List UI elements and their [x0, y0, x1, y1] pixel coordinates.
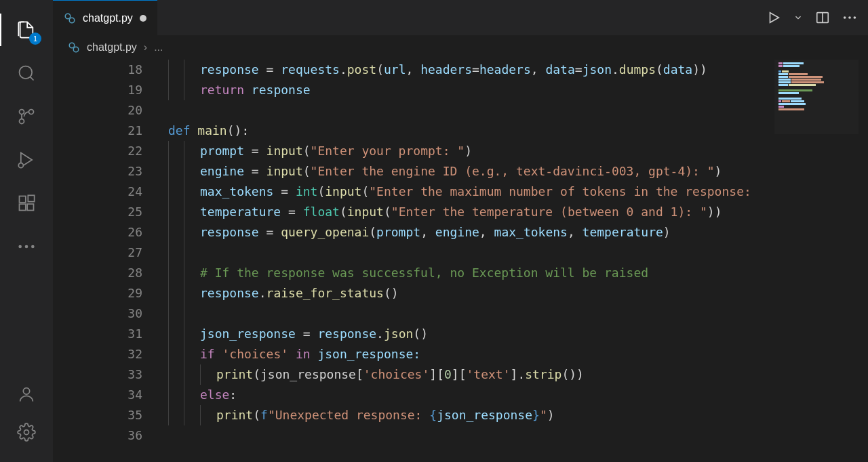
- breadcrumb[interactable]: chatgpt.py › ...: [53, 35, 868, 60]
- svg-point-25: [73, 47, 79, 52]
- svg-point-22: [848, 16, 851, 19]
- svg-point-11: [18, 245, 22, 249]
- run-debug-icon[interactable]: [10, 144, 43, 176]
- explorer-icon[interactable]: 1: [10, 14, 43, 46]
- source-control-icon[interactable]: [10, 100, 43, 133]
- python-file-icon: [64, 12, 76, 24]
- svg-rect-7: [20, 196, 26, 203]
- settings-gear-icon[interactable]: [10, 416, 43, 448]
- svg-point-3: [20, 119, 24, 124]
- svg-point-6: [18, 163, 23, 168]
- run-dropdown-icon[interactable]: [793, 13, 803, 22]
- run-button[interactable]: [766, 10, 781, 25]
- tab-bar: chatgpt.py: [53, 0, 868, 35]
- extensions-icon[interactable]: [10, 187, 43, 219]
- minimap[interactable]: [774, 60, 859, 462]
- svg-line-1: [30, 77, 33, 80]
- explorer-badge: 1: [29, 33, 41, 45]
- svg-marker-18: [770, 13, 779, 23]
- svg-point-14: [23, 388, 29, 394]
- svg-point-4: [20, 110, 24, 114]
- breadcrumb-more: ...: [154, 41, 163, 54]
- svg-point-12: [25, 245, 28, 249]
- svg-point-17: [69, 18, 75, 23]
- svg-point-0: [20, 66, 33, 79]
- svg-rect-9: [27, 204, 33, 210]
- tab-chatgpt-py[interactable]: chatgpt.py: [53, 0, 157, 35]
- svg-point-15: [24, 430, 29, 435]
- svg-point-2: [29, 110, 34, 114]
- editor[interactable]: 18192021222324252627282930313233343536 r…: [53, 60, 868, 462]
- accounts-icon[interactable]: [10, 378, 43, 411]
- line-number-gutter: 18192021222324252627282930313233343536: [53, 60, 168, 462]
- svg-point-24: [69, 43, 75, 48]
- python-file-icon: [68, 41, 80, 54]
- svg-point-23: [854, 16, 856, 19]
- overflow-icon[interactable]: [10, 230, 43, 263]
- svg-point-13: [31, 245, 35, 249]
- tab-modified-indicator: [140, 15, 146, 22]
- editor-actions: [766, 0, 868, 35]
- svg-rect-10: [28, 195, 34, 201]
- activity-bar: 1: [0, 0, 53, 462]
- editor-main: chatgpt.py chatgpt.py › ... 18192: [53, 0, 868, 462]
- svg-rect-8: [20, 204, 26, 210]
- more-actions-icon[interactable]: [842, 15, 857, 20]
- split-editor-icon[interactable]: [815, 10, 830, 25]
- svg-point-21: [844, 16, 846, 19]
- code-area[interactable]: response = requests.post(url, headers=he…: [168, 60, 868, 462]
- search-icon[interactable]: [10, 57, 43, 89]
- svg-point-16: [65, 14, 71, 19]
- breadcrumb-file: chatgpt.py: [87, 41, 137, 54]
- minimap-slider[interactable]: [774, 60, 859, 134]
- breadcrumb-separator: ›: [144, 41, 147, 54]
- tab-label: chatgpt.py: [83, 12, 133, 24]
